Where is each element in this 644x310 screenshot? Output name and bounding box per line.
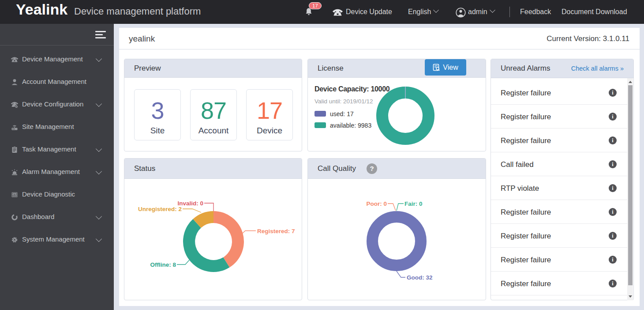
svg-text:Poor: 0: Poor: 0 [366, 200, 387, 207]
svg-text:Fair: 0: Fair: 0 [404, 200, 423, 207]
svg-text:Registered: 7: Registered: 7 [257, 228, 295, 234]
svg-text:Unregistered: 2: Unregistered: 2 [138, 206, 182, 212]
svg-text:Invalid: 0: Invalid: 0 [177, 200, 203, 207]
svg-text:Good: 32: Good: 32 [407, 274, 433, 281]
svg-text:Offline: 8: Offline: 8 [150, 261, 176, 268]
